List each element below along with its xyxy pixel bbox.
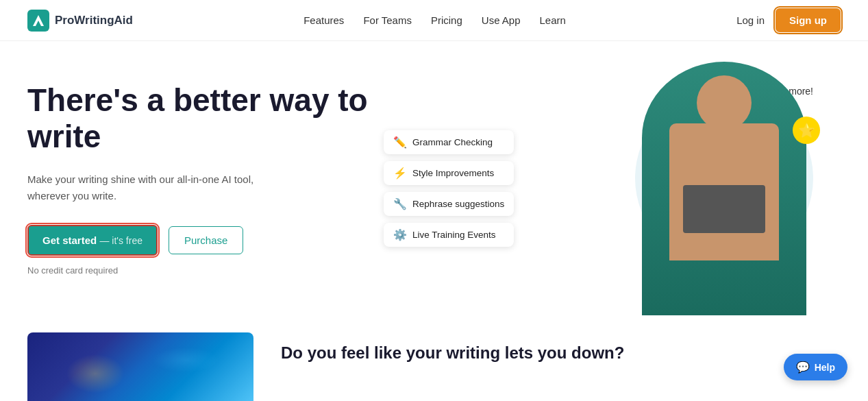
grammar-icon: ✏️ bbox=[393, 136, 407, 149]
pill-grammar: ✏️ Grammar Checking bbox=[384, 130, 514, 154]
bottom-heading: Do you feel like your writing lets you d… bbox=[281, 343, 624, 363]
starry-night-image bbox=[27, 332, 253, 401]
person-silhouette bbox=[642, 62, 806, 315]
cta-suffix: — it's free bbox=[99, 235, 142, 246]
get-started-button[interactable]: Get started — it's free bbox=[27, 225, 158, 256]
help-label: Help bbox=[815, 362, 835, 373]
purchase-button[interactable]: Purchase bbox=[169, 226, 243, 254]
person-head bbox=[697, 75, 752, 130]
style-icon: ⚡ bbox=[393, 167, 407, 180]
hero-title: There's a better way to write bbox=[27, 82, 384, 155]
hero-left: There's a better way to write Make your … bbox=[27, 69, 384, 276]
help-button[interactable]: 💬 Help bbox=[784, 354, 847, 380]
hero-subtitle: Make your writing shine with our all-in-… bbox=[27, 171, 274, 204]
pill-style: ⚡ Style Improvements bbox=[384, 161, 514, 185]
person-body bbox=[669, 123, 779, 260]
rephrase-icon: 🔧 bbox=[393, 197, 407, 210]
no-credit-text: No credit card required bbox=[27, 265, 384, 276]
rephrase-label: Rephrase suggestions bbox=[412, 199, 504, 209]
logo-icon bbox=[27, 10, 49, 32]
nav-pricing[interactable]: Pricing bbox=[431, 14, 462, 26]
pill-rephrase: 🔧 Rephrase suggestions bbox=[384, 192, 514, 216]
navbar: ProWritingAid Features For Teams Pricing… bbox=[0, 0, 868, 41]
nav-use-app[interactable]: Use App bbox=[482, 14, 521, 26]
get-started-label: Get started bbox=[42, 234, 97, 246]
style-label: Style Improvements bbox=[412, 168, 494, 178]
star-badge: ⭐ bbox=[793, 117, 820, 144]
nav-for-teams[interactable]: For Teams bbox=[363, 14, 412, 26]
training-label: Live Training Events bbox=[412, 230, 496, 240]
bottom-text: Do you feel like your writing lets you d… bbox=[281, 332, 624, 363]
logo-text: ProWritingAid bbox=[55, 14, 133, 27]
starry-swirl bbox=[27, 332, 253, 401]
hero-illustration: ...and more! ⭐ bbox=[628, 62, 820, 322]
feature-pills: ✏️ Grammar Checking ⚡ Style Improvements… bbox=[384, 130, 514, 247]
nav-actions: Log in Sign up bbox=[736, 8, 841, 32]
nav-features[interactable]: Features bbox=[303, 14, 344, 26]
chat-icon: 💬 bbox=[796, 361, 810, 374]
logo[interactable]: ProWritingAid bbox=[27, 10, 133, 32]
signup-button[interactable]: Sign up bbox=[776, 8, 841, 32]
grammar-label: Grammar Checking bbox=[412, 137, 493, 147]
laptop bbox=[683, 185, 765, 233]
bottom-section: Do you feel like your writing lets you d… bbox=[0, 332, 868, 401]
hero-buttons: Get started — it's free Purchase bbox=[27, 225, 384, 256]
login-link[interactable]: Log in bbox=[736, 14, 765, 26]
nav-learn[interactable]: Learn bbox=[540, 14, 566, 26]
nav-links: Features For Teams Pricing Use App Learn bbox=[303, 14, 566, 26]
training-icon: ⚙️ bbox=[393, 228, 407, 241]
pill-training: ⚙️ Live Training Events bbox=[384, 223, 514, 247]
